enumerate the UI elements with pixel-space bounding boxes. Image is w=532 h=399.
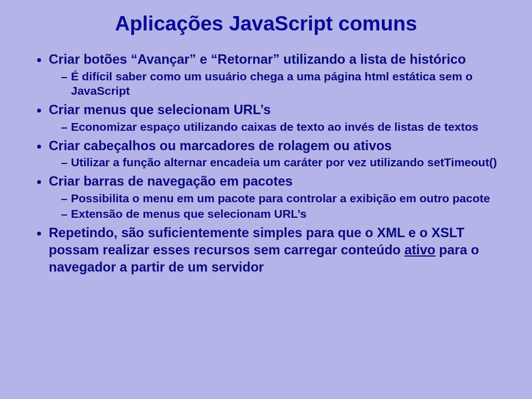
- sub-item: Possibilita o menu em um pacote para con…: [61, 191, 499, 206]
- sub-list: Possibilita o menu em um pacote para con…: [49, 191, 499, 221]
- bullet-text: Criar menus que selecionam URL’s: [49, 102, 271, 117]
- sub-item: Extensão de menus que selecionam URL’s: [61, 207, 499, 221]
- list-item: Criar botões “Avançar” e “Retornar” util…: [49, 51, 499, 98]
- sub-list: Economizar espaço utilizando caixas de t…: [49, 120, 499, 134]
- sub-list: É difícil saber como um usuário chega a …: [49, 69, 499, 98]
- sub-list: Utilizar a função alternar encadeia um c…: [49, 155, 499, 170]
- list-item: Criar menus que selecionam URL’s Economi…: [49, 101, 499, 134]
- bullet-list: Criar botões “Avançar” e “Retornar” util…: [33, 51, 499, 275]
- bullet-text-pre: Repetindo, são suficientemente simples p…: [49, 225, 464, 257]
- sub-item: Economizar espaço utilizando caixas de t…: [61, 120, 499, 134]
- list-item: Criar cabeçalhos ou marcadores de rolage…: [49, 137, 499, 170]
- sub-item: É difícil saber como um usuário chega a …: [61, 69, 499, 98]
- list-item: Criar barras de navegação em pacotes Pos…: [49, 173, 499, 221]
- list-item: Repetindo, são suficientemente simples p…: [49, 224, 499, 275]
- bullet-text: Criar cabeçalhos ou marcadores de rolage…: [49, 138, 392, 153]
- bullet-text: Criar botões “Avançar” e “Retornar” util…: [49, 52, 466, 66]
- slide-title: Aplicações JavaScript comuns: [33, 12, 499, 35]
- bullet-text: Criar barras de navegação em pacotes: [49, 173, 293, 188]
- sub-item: Utilizar a função alternar encadeia um c…: [61, 155, 499, 170]
- underlined-word: ativo: [405, 242, 436, 257]
